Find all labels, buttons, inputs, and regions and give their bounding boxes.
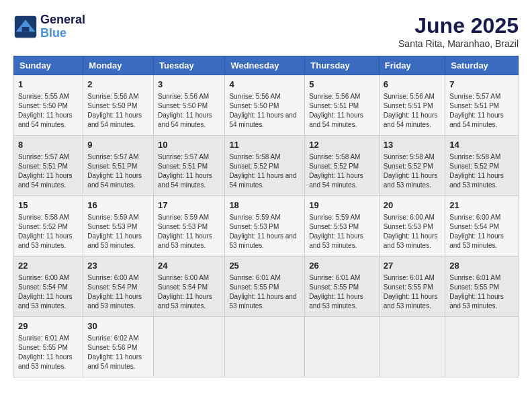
month-title: June 2025 <box>398 13 519 38</box>
day-number: 26 <box>309 260 375 272</box>
calendar-cell: 6Sunrise: 5:56 AM Sunset: 5:51 PM Daylig… <box>379 75 445 136</box>
day-info: Sunrise: 5:56 AM Sunset: 5:50 PM Dayligh… <box>229 92 300 130</box>
day-info: Sunrise: 5:55 AM Sunset: 5:50 PM Dayligh… <box>18 92 79 130</box>
day-number: 10 <box>158 139 220 151</box>
calendar-cell: 4Sunrise: 5:56 AM Sunset: 5:50 PM Daylig… <box>225 75 305 136</box>
calendar-cell <box>154 317 225 377</box>
week-row-1: 1Sunrise: 5:55 AM Sunset: 5:50 PM Daylig… <box>14 75 519 136</box>
calendar-cell: 5Sunrise: 5:56 AM Sunset: 5:51 PM Daylig… <box>305 75 380 136</box>
week-row-4: 22Sunrise: 6:00 AM Sunset: 5:54 PM Dayli… <box>14 257 519 317</box>
calendar-cell: 11Sunrise: 5:58 AM Sunset: 5:52 PM Dayli… <box>225 136 305 196</box>
location-subtitle: Santa Rita, Maranhao, Brazil <box>398 38 519 49</box>
calendar-cell <box>225 317 305 377</box>
week-row-5: 29Sunrise: 6:01 AM Sunset: 5:55 PM Dayli… <box>14 317 519 377</box>
title-block: June 2025 Santa Rita, Maranhao, Brazil <box>398 13 519 49</box>
header-day-friday: Friday <box>379 56 445 75</box>
header-day-wednesday: Wednesday <box>225 56 305 75</box>
day-info: Sunrise: 6:00 AM Sunset: 5:54 PM Dayligh… <box>18 273 79 311</box>
day-info: Sunrise: 5:59 AM Sunset: 5:53 PM Dayligh… <box>87 213 149 250</box>
day-number: 20 <box>384 199 441 212</box>
calendar-cell: 17Sunrise: 5:59 AM Sunset: 5:53 PM Dayli… <box>154 196 225 257</box>
day-info: Sunrise: 5:57 AM Sunset: 5:51 PM Dayligh… <box>449 92 514 130</box>
day-number: 9 <box>87 139 149 151</box>
calendar-cell: 26Sunrise: 6:01 AM Sunset: 5:55 PM Dayli… <box>305 257 380 317</box>
header-row: SundayMondayTuesdayWednesdayThursdayFrid… <box>14 56 519 75</box>
day-info: Sunrise: 6:01 AM Sunset: 5:55 PM Dayligh… <box>309 273 375 311</box>
day-number: 21 <box>449 199 514 212</box>
header-day-saturday: Saturday <box>445 56 519 75</box>
calendar-table: SundayMondayTuesdayWednesdayThursdayFrid… <box>13 56 519 377</box>
day-info: Sunrise: 6:00 AM Sunset: 5:54 PM Dayligh… <box>87 273 149 311</box>
day-number: 5 <box>309 79 375 91</box>
logo: General Blue <box>13 13 85 40</box>
calendar-cell: 23Sunrise: 6:00 AM Sunset: 5:54 PM Dayli… <box>83 257 154 317</box>
day-number: 11 <box>229 139 300 151</box>
day-info: Sunrise: 5:58 AM Sunset: 5:52 PM Dayligh… <box>18 213 79 250</box>
day-info: Sunrise: 6:00 AM Sunset: 5:53 PM Dayligh… <box>384 213 441 250</box>
day-info: Sunrise: 5:57 AM Sunset: 5:51 PM Dayligh… <box>18 152 79 190</box>
calendar-cell: 19Sunrise: 5:59 AM Sunset: 5:53 PM Dayli… <box>305 196 380 257</box>
day-info: Sunrise: 5:56 AM Sunset: 5:50 PM Dayligh… <box>158 92 220 130</box>
day-info: Sunrise: 6:02 AM Sunset: 5:56 PM Dayligh… <box>87 334 149 371</box>
day-number: 4 <box>229 79 300 91</box>
logo-line2: Blue <box>40 27 85 40</box>
logo-line1: General <box>40 13 85 27</box>
header-day-monday: Monday <box>83 56 154 75</box>
calendar-cell: 25Sunrise: 6:01 AM Sunset: 5:55 PM Dayli… <box>225 257 305 317</box>
day-number: 18 <box>229 199 300 212</box>
calendar-cell: 8Sunrise: 5:57 AM Sunset: 5:51 PM Daylig… <box>14 136 83 196</box>
day-number: 28 <box>449 260 514 272</box>
week-row-2: 8Sunrise: 5:57 AM Sunset: 5:51 PM Daylig… <box>14 136 519 196</box>
day-number: 14 <box>449 139 514 151</box>
calendar-cell <box>305 317 380 377</box>
calendar-cell: 16Sunrise: 5:59 AM Sunset: 5:53 PM Dayli… <box>83 196 154 257</box>
calendar-cell: 15Sunrise: 5:58 AM Sunset: 5:52 PM Dayli… <box>14 196 83 257</box>
day-number: 29 <box>18 320 79 332</box>
day-number: 30 <box>87 320 149 332</box>
calendar-cell: 10Sunrise: 5:57 AM Sunset: 5:51 PM Dayli… <box>154 136 225 196</box>
calendar-cell: 3Sunrise: 5:56 AM Sunset: 5:50 PM Daylig… <box>154 75 225 136</box>
day-number: 3 <box>158 79 220 91</box>
day-info: Sunrise: 6:00 AM Sunset: 5:54 PM Dayligh… <box>158 273 220 311</box>
calendar-cell <box>445 317 519 377</box>
calendar-cell: 29Sunrise: 6:01 AM Sunset: 5:55 PM Dayli… <box>14 317 83 377</box>
calendar-cell: 27Sunrise: 6:01 AM Sunset: 5:55 PM Dayli… <box>379 257 445 317</box>
day-number: 16 <box>87 199 149 212</box>
day-number: 15 <box>18 199 79 212</box>
calendar-cell: 30Sunrise: 6:02 AM Sunset: 5:56 PM Dayli… <box>83 317 154 377</box>
calendar-cell <box>379 317 445 377</box>
logo-text: General Blue <box>40 13 85 40</box>
calendar-cell: 9Sunrise: 5:57 AM Sunset: 5:51 PM Daylig… <box>83 136 154 196</box>
day-info: Sunrise: 5:59 AM Sunset: 5:53 PM Dayligh… <box>158 213 220 250</box>
logo-icon <box>13 15 38 39</box>
day-number: 7 <box>449 79 514 91</box>
day-info: Sunrise: 6:00 AM Sunset: 5:54 PM Dayligh… <box>449 213 514 250</box>
day-info: Sunrise: 5:58 AM Sunset: 5:52 PM Dayligh… <box>309 152 375 190</box>
header-day-thursday: Thursday <box>305 56 380 75</box>
day-info: Sunrise: 6:01 AM Sunset: 5:55 PM Dayligh… <box>18 334 79 371</box>
day-number: 8 <box>18 139 79 151</box>
calendar-cell: 14Sunrise: 5:58 AM Sunset: 5:52 PM Dayli… <box>445 136 519 196</box>
calendar-body: 1Sunrise: 5:55 AM Sunset: 5:50 PM Daylig… <box>14 75 519 377</box>
day-number: 13 <box>384 139 441 151</box>
day-info: Sunrise: 5:56 AM Sunset: 5:51 PM Dayligh… <box>309 92 375 130</box>
day-info: Sunrise: 6:01 AM Sunset: 5:55 PM Dayligh… <box>229 273 300 311</box>
day-info: Sunrise: 6:01 AM Sunset: 5:55 PM Dayligh… <box>384 273 441 311</box>
day-info: Sunrise: 5:59 AM Sunset: 5:53 PM Dayligh… <box>229 213 300 250</box>
calendar-cell: 24Sunrise: 6:00 AM Sunset: 5:54 PM Dayli… <box>154 257 225 317</box>
day-number: 6 <box>384 79 441 91</box>
calendar-cell: 21Sunrise: 6:00 AM Sunset: 5:54 PM Dayli… <box>445 196 519 257</box>
svg-rect-2 <box>22 27 30 32</box>
calendar-cell: 13Sunrise: 5:58 AM Sunset: 5:52 PM Dayli… <box>379 136 445 196</box>
header-day-tuesday: Tuesday <box>154 56 225 75</box>
calendar-cell: 22Sunrise: 6:00 AM Sunset: 5:54 PM Dayli… <box>14 257 83 317</box>
calendar-cell: 28Sunrise: 6:01 AM Sunset: 5:55 PM Dayli… <box>445 257 519 317</box>
day-info: Sunrise: 5:58 AM Sunset: 5:52 PM Dayligh… <box>229 152 300 190</box>
day-number: 23 <box>87 260 149 272</box>
day-info: Sunrise: 6:01 AM Sunset: 5:55 PM Dayligh… <box>449 273 514 311</box>
day-info: Sunrise: 5:56 AM Sunset: 5:50 PM Dayligh… <box>87 92 149 130</box>
day-number: 1 <box>18 79 79 91</box>
day-info: Sunrise: 5:58 AM Sunset: 5:52 PM Dayligh… <box>449 152 514 190</box>
header-day-sunday: Sunday <box>14 56 83 75</box>
day-number: 24 <box>158 260 220 272</box>
